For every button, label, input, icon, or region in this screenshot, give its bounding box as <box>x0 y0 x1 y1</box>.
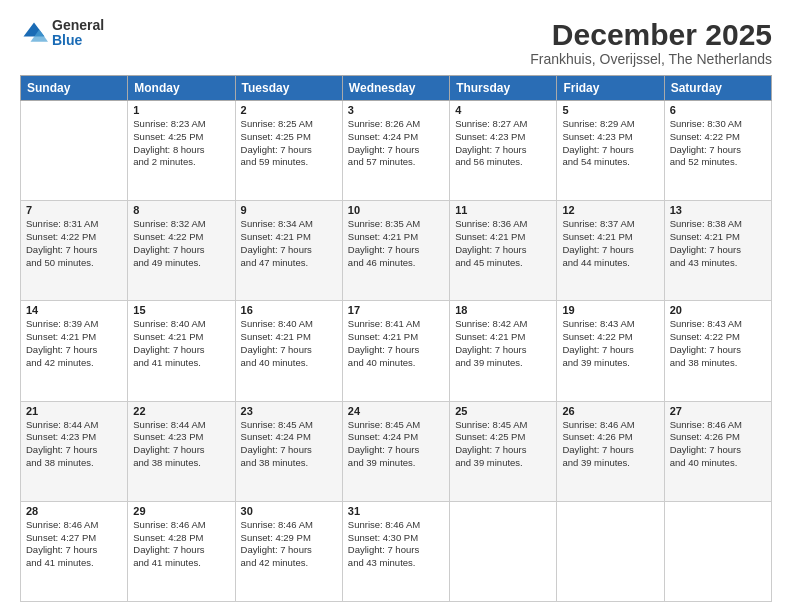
day-info: Sunrise: 8:29 AM Sunset: 4:23 PM Dayligh… <box>562 118 658 169</box>
day-number: 20 <box>670 304 766 316</box>
logo: General Blue <box>20 18 104 49</box>
calendar-cell: 16Sunrise: 8:40 AM Sunset: 4:21 PM Dayli… <box>235 301 342 401</box>
calendar-cell: 14Sunrise: 8:39 AM Sunset: 4:21 PM Dayli… <box>21 301 128 401</box>
calendar-cell: 15Sunrise: 8:40 AM Sunset: 4:21 PM Dayli… <box>128 301 235 401</box>
calendar-cell: 26Sunrise: 8:46 AM Sunset: 4:26 PM Dayli… <box>557 401 664 501</box>
page: General Blue December 2025 Frankhuis, Ov… <box>0 0 792 612</box>
day-info: Sunrise: 8:46 AM Sunset: 4:30 PM Dayligh… <box>348 519 444 570</box>
calendar-cell: 5Sunrise: 8:29 AM Sunset: 4:23 PM Daylig… <box>557 101 664 201</box>
day-number: 28 <box>26 505 122 517</box>
day-info: Sunrise: 8:39 AM Sunset: 4:21 PM Dayligh… <box>26 318 122 369</box>
day-info: Sunrise: 8:43 AM Sunset: 4:22 PM Dayligh… <box>670 318 766 369</box>
calendar-cell: 6Sunrise: 8:30 AM Sunset: 4:22 PM Daylig… <box>664 101 771 201</box>
day-info: Sunrise: 8:46 AM Sunset: 4:26 PM Dayligh… <box>670 419 766 470</box>
weekday-header-friday: Friday <box>557 76 664 101</box>
day-number: 12 <box>562 204 658 216</box>
logo-general: General <box>52 18 104 33</box>
day-info: Sunrise: 8:45 AM Sunset: 4:24 PM Dayligh… <box>348 419 444 470</box>
day-info: Sunrise: 8:45 AM Sunset: 4:25 PM Dayligh… <box>455 419 551 470</box>
weekday-header-saturday: Saturday <box>664 76 771 101</box>
day-number: 24 <box>348 405 444 417</box>
day-info: Sunrise: 8:30 AM Sunset: 4:22 PM Dayligh… <box>670 118 766 169</box>
calendar-cell <box>664 501 771 601</box>
calendar-cell: 7Sunrise: 8:31 AM Sunset: 4:22 PM Daylig… <box>21 201 128 301</box>
calendar-cell: 19Sunrise: 8:43 AM Sunset: 4:22 PM Dayli… <box>557 301 664 401</box>
calendar-cell: 11Sunrise: 8:36 AM Sunset: 4:21 PM Dayli… <box>450 201 557 301</box>
day-info: Sunrise: 8:46 AM Sunset: 4:26 PM Dayligh… <box>562 419 658 470</box>
calendar-table: SundayMondayTuesdayWednesdayThursdayFrid… <box>20 75 772 602</box>
day-info: Sunrise: 8:41 AM Sunset: 4:21 PM Dayligh… <box>348 318 444 369</box>
day-number: 21 <box>26 405 122 417</box>
day-number: 22 <box>133 405 229 417</box>
calendar-cell <box>557 501 664 601</box>
day-info: Sunrise: 8:26 AM Sunset: 4:24 PM Dayligh… <box>348 118 444 169</box>
day-number: 10 <box>348 204 444 216</box>
day-number: 11 <box>455 204 551 216</box>
day-number: 19 <box>562 304 658 316</box>
calendar-cell: 23Sunrise: 8:45 AM Sunset: 4:24 PM Dayli… <box>235 401 342 501</box>
day-info: Sunrise: 8:34 AM Sunset: 4:21 PM Dayligh… <box>241 218 337 269</box>
day-info: Sunrise: 8:27 AM Sunset: 4:23 PM Dayligh… <box>455 118 551 169</box>
calendar-cell: 24Sunrise: 8:45 AM Sunset: 4:24 PM Dayli… <box>342 401 449 501</box>
day-number: 8 <box>133 204 229 216</box>
week-row-2: 14Sunrise: 8:39 AM Sunset: 4:21 PM Dayli… <box>21 301 772 401</box>
day-number: 23 <box>241 405 337 417</box>
day-number: 6 <box>670 104 766 116</box>
day-info: Sunrise: 8:46 AM Sunset: 4:27 PM Dayligh… <box>26 519 122 570</box>
day-info: Sunrise: 8:32 AM Sunset: 4:22 PM Dayligh… <box>133 218 229 269</box>
calendar-cell: 20Sunrise: 8:43 AM Sunset: 4:22 PM Dayli… <box>664 301 771 401</box>
day-number: 27 <box>670 405 766 417</box>
day-number: 16 <box>241 304 337 316</box>
calendar-cell: 12Sunrise: 8:37 AM Sunset: 4:21 PM Dayli… <box>557 201 664 301</box>
weekday-header-wednesday: Wednesday <box>342 76 449 101</box>
day-number: 1 <box>133 104 229 116</box>
day-info: Sunrise: 8:25 AM Sunset: 4:25 PM Dayligh… <box>241 118 337 169</box>
day-info: Sunrise: 8:36 AM Sunset: 4:21 PM Dayligh… <box>455 218 551 269</box>
calendar-cell: 10Sunrise: 8:35 AM Sunset: 4:21 PM Dayli… <box>342 201 449 301</box>
day-info: Sunrise: 8:40 AM Sunset: 4:21 PM Dayligh… <box>133 318 229 369</box>
day-info: Sunrise: 8:45 AM Sunset: 4:24 PM Dayligh… <box>241 419 337 470</box>
logo-blue: Blue <box>52 33 104 48</box>
day-info: Sunrise: 8:44 AM Sunset: 4:23 PM Dayligh… <box>26 419 122 470</box>
calendar-cell: 29Sunrise: 8:46 AM Sunset: 4:28 PM Dayli… <box>128 501 235 601</box>
day-info: Sunrise: 8:37 AM Sunset: 4:21 PM Dayligh… <box>562 218 658 269</box>
day-number: 30 <box>241 505 337 517</box>
calendar-cell: 30Sunrise: 8:46 AM Sunset: 4:29 PM Dayli… <box>235 501 342 601</box>
day-info: Sunrise: 8:35 AM Sunset: 4:21 PM Dayligh… <box>348 218 444 269</box>
calendar-cell: 25Sunrise: 8:45 AM Sunset: 4:25 PM Dayli… <box>450 401 557 501</box>
day-info: Sunrise: 8:23 AM Sunset: 4:25 PM Dayligh… <box>133 118 229 169</box>
calendar-cell: 8Sunrise: 8:32 AM Sunset: 4:22 PM Daylig… <box>128 201 235 301</box>
week-row-3: 21Sunrise: 8:44 AM Sunset: 4:23 PM Dayli… <box>21 401 772 501</box>
day-info: Sunrise: 8:44 AM Sunset: 4:23 PM Dayligh… <box>133 419 229 470</box>
calendar-cell: 1Sunrise: 8:23 AM Sunset: 4:25 PM Daylig… <box>128 101 235 201</box>
day-number: 15 <box>133 304 229 316</box>
day-info: Sunrise: 8:40 AM Sunset: 4:21 PM Dayligh… <box>241 318 337 369</box>
day-info: Sunrise: 8:46 AM Sunset: 4:28 PM Dayligh… <box>133 519 229 570</box>
calendar-cell: 22Sunrise: 8:44 AM Sunset: 4:23 PM Dayli… <box>128 401 235 501</box>
day-info: Sunrise: 8:38 AM Sunset: 4:21 PM Dayligh… <box>670 218 766 269</box>
day-info: Sunrise: 8:43 AM Sunset: 4:22 PM Dayligh… <box>562 318 658 369</box>
weekday-header-tuesday: Tuesday <box>235 76 342 101</box>
day-number: 17 <box>348 304 444 316</box>
calendar-cell: 21Sunrise: 8:44 AM Sunset: 4:23 PM Dayli… <box>21 401 128 501</box>
day-number: 14 <box>26 304 122 316</box>
day-number: 29 <box>133 505 229 517</box>
calendar-cell <box>21 101 128 201</box>
weekday-header-monday: Monday <box>128 76 235 101</box>
calendar-subtitle: Frankhuis, Overijssel, The Netherlands <box>530 51 772 67</box>
calendar-cell: 4Sunrise: 8:27 AM Sunset: 4:23 PM Daylig… <box>450 101 557 201</box>
week-row-1: 7Sunrise: 8:31 AM Sunset: 4:22 PM Daylig… <box>21 201 772 301</box>
calendar-cell: 13Sunrise: 8:38 AM Sunset: 4:21 PM Dayli… <box>664 201 771 301</box>
header: General Blue December 2025 Frankhuis, Ov… <box>20 18 772 67</box>
day-number: 5 <box>562 104 658 116</box>
week-row-0: 1Sunrise: 8:23 AM Sunset: 4:25 PM Daylig… <box>21 101 772 201</box>
day-info: Sunrise: 8:42 AM Sunset: 4:21 PM Dayligh… <box>455 318 551 369</box>
calendar-cell: 17Sunrise: 8:41 AM Sunset: 4:21 PM Dayli… <box>342 301 449 401</box>
calendar-cell: 9Sunrise: 8:34 AM Sunset: 4:21 PM Daylig… <box>235 201 342 301</box>
day-number: 31 <box>348 505 444 517</box>
title-block: December 2025 Frankhuis, Overijssel, The… <box>530 18 772 67</box>
day-number: 13 <box>670 204 766 216</box>
calendar-cell: 28Sunrise: 8:46 AM Sunset: 4:27 PM Dayli… <box>21 501 128 601</box>
logo-icon <box>20 19 48 47</box>
calendar-title: December 2025 <box>530 18 772 51</box>
